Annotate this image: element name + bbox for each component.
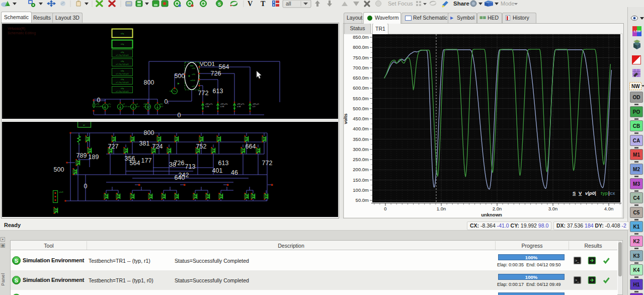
svg-text:177: 177: [141, 157, 152, 164]
svg-text:Set Focus: Set Focus: [388, 1, 413, 7]
svg-text:0.98: 0.98: [237, 106, 240, 108]
svg-text:650.0m: 650.0m: [353, 75, 369, 81]
svg-text:Share: Share: [453, 1, 469, 7]
svg-text:46: 46: [231, 169, 238, 176]
svg-text:0: 0: [178, 112, 181, 119]
svg-text:550.0m: 550.0m: [353, 96, 369, 101]
svg-text:w7,r9q,r7q9,q44: w7,r9q,r7q9,q44: [116, 73, 128, 75]
svg-text:v|p0|: v|p0|: [585, 190, 596, 196]
svg-text:300.0m: 300.0m: [353, 146, 369, 152]
svg-text:m3.9 mn: m3.9 mn: [123, 106, 130, 108]
svg-text:772: 772: [262, 160, 273, 167]
svg-text:100.0m: 100.0m: [353, 187, 369, 193]
svg-text:Schematic Editing: Schematic Editing: [8, 31, 36, 35]
svg-text:typ: typ: [601, 190, 608, 196]
svg-text:unknown: unknown: [481, 212, 502, 217]
svg-text:u7u: u7u: [108, 103, 111, 105]
svg-text:>_: >_: [575, 278, 579, 282]
svg-text:800: 800: [144, 79, 154, 86]
svg-text:Virtuoso(R): Virtuoso(R): [8, 27, 25, 31]
svg-text:600.0m: 600.0m: [353, 85, 369, 91]
svg-text:>_: >_: [575, 259, 579, 263]
svg-text:450.0m: 450.0m: [353, 116, 369, 121]
svg-text:800: 800: [144, 129, 154, 136]
svg-text:Mode: Mode: [501, 1, 515, 7]
svg-text:0.9: 0.9: [253, 106, 255, 108]
svg-text:401: 401: [212, 167, 223, 174]
svg-text:724: 724: [152, 143, 163, 150]
svg-text:150.0m: 150.0m: [353, 177, 369, 183]
svg-text:4.0n: 4.0n: [604, 206, 614, 211]
svg-text:u98 µ/5: u98 µ/5: [253, 103, 259, 105]
svg-text:volts: volts: [343, 113, 348, 124]
svg-text:726: 726: [211, 70, 221, 77]
svg-text:NW: NW: [631, 84, 640, 89]
svg-text:w7,r9q,r7q9,q44: w7,r9q,r7q9,q44: [116, 91, 128, 93]
svg-text:w7,r9q,r7q9,q44: w7,r9q,r7q9,q44: [116, 63, 128, 65]
svg-text:mn7: mn7: [159, 106, 163, 108]
svg-text:613: 613: [213, 88, 223, 95]
svg-text:u90: u90: [192, 73, 195, 76]
svg-text:1.0n: 1.0n: [437, 206, 446, 211]
svg-text:u98 µ/7s: u98 µ/7s: [237, 103, 245, 105]
svg-text:S: S: [218, 2, 221, 7]
svg-text:564: 564: [130, 160, 140, 167]
svg-text:T: T: [261, 0, 266, 8]
svg-text:s4q: s4q: [121, 69, 124, 72]
svg-text:664: 664: [246, 143, 256, 150]
svg-text:s1q: s1q: [121, 43, 124, 45]
svg-text:713: 713: [185, 163, 196, 170]
svg-text:V: V: [248, 0, 253, 8]
svg-text:400.0m: 400.0m: [353, 126, 369, 131]
svg-text:640: 640: [175, 174, 185, 181]
svg-text:0.98: 0.98: [205, 106, 209, 108]
svg-text:850.0m: 850.0m: [353, 34, 369, 40]
svg-text:250.0m: 250.0m: [353, 157, 369, 162]
svg-text:S: S: [573, 190, 576, 196]
svg-text:800.0m: 800.0m: [353, 44, 369, 50]
svg-text:0.98: 0.98: [220, 106, 224, 108]
svg-text:613: 613: [218, 160, 229, 167]
svg-text:mn7: mn7: [136, 106, 139, 108]
svg-text:u0vR: u0vR: [59, 191, 63, 193]
svg-text:500: 500: [54, 166, 64, 173]
svg-text:s0q: s0q: [121, 32, 124, 35]
svg-text:V: V: [579, 190, 582, 196]
svg-text:s2q: s2q: [121, 51, 124, 53]
svg-text:w7,r9q,r7q9,q44: w7,r9q,r7q9,q44: [116, 54, 128, 56]
svg-text:726: 726: [174, 160, 185, 167]
svg-text:2.0n: 2.0n: [493, 206, 502, 211]
svg-text:200.0m: 200.0m: [353, 167, 369, 172]
svg-text:VCO1: VCO1: [200, 61, 215, 67]
svg-text:500.0m: 500.0m: [353, 106, 369, 111]
svg-text:i2.0: i2.0: [108, 106, 111, 108]
svg-text:all: all: [286, 1, 291, 7]
svg-text:789: 789: [76, 152, 87, 159]
svg-text:752: 752: [196, 143, 207, 150]
svg-text:u9: u9: [123, 103, 125, 105]
svg-text:0: 0: [97, 97, 101, 104]
svg-text:u300: u300: [143, 103, 147, 105]
svg-text:u50: u50: [192, 67, 195, 69]
svg-text:50.0m: 50.0m: [356, 197, 369, 203]
svg-text:cx: cx: [610, 190, 615, 196]
svg-text:w150P: w150P: [96, 106, 102, 108]
svg-text:m3.9 p6: m3.9 p6: [143, 106, 150, 108]
svg-text:727: 727: [108, 143, 119, 150]
svg-text:s3q: s3q: [121, 60, 124, 62]
svg-text:S: S: [15, 258, 18, 264]
svg-text:w7,r9q,r7q9,q44: w7,r9q,r7q9,q44: [116, 82, 128, 84]
svg-text:u98 µ/7s: u98 µ/7s: [205, 103, 213, 105]
svg-text:750.0m: 750.0m: [353, 55, 369, 60]
svg-text:3.0n: 3.0n: [548, 206, 558, 211]
svg-text:700.0m: 700.0m: [353, 65, 369, 70]
svg-text:0: 0: [84, 183, 88, 190]
svg-text:381: 381: [139, 140, 150, 147]
svg-text:s6q: s6q: [121, 87, 124, 90]
svg-text:w100: w100: [190, 79, 195, 82]
svg-text:189: 189: [89, 154, 99, 161]
svg-text:LSW: LSW: [634, 30, 641, 33]
svg-text:0: 0: [384, 206, 386, 211]
svg-text:s5q: s5q: [121, 78, 124, 81]
svg-text:S: S: [15, 277, 18, 283]
